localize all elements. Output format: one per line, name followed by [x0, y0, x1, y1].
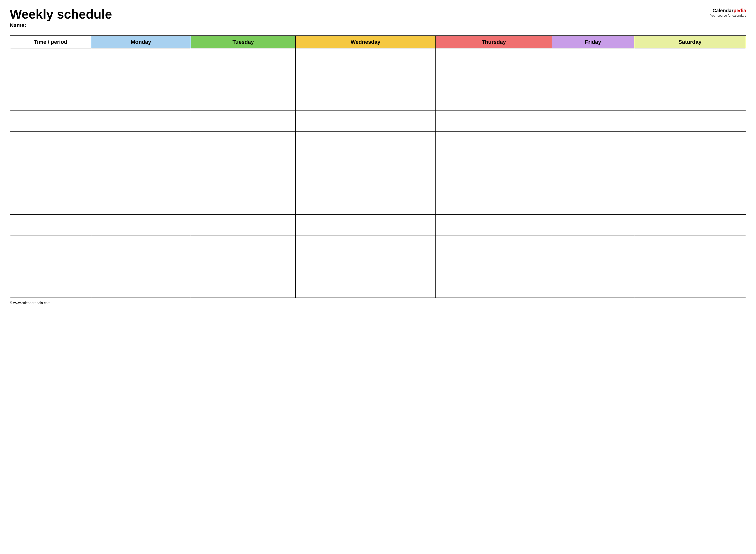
table-cell[interactable] [91, 48, 191, 69]
table-cell[interactable] [552, 48, 634, 69]
table-cell[interactable] [435, 152, 552, 173]
table-cell[interactable] [634, 48, 746, 69]
table-cell[interactable] [10, 48, 91, 69]
table-cell[interactable] [10, 111, 91, 131]
table-cell[interactable] [634, 256, 746, 277]
table-cell[interactable] [634, 194, 746, 215]
table-cell[interactable] [634, 215, 746, 235]
table-cell[interactable] [10, 152, 91, 173]
title-area: Weekly schedule Name: [10, 7, 112, 33]
table-cell[interactable] [634, 131, 746, 152]
table-cell[interactable] [435, 194, 552, 215]
table-cell[interactable] [435, 48, 552, 69]
table-cell[interactable] [295, 256, 435, 277]
table-cell[interactable] [191, 69, 295, 90]
table-cell[interactable] [295, 69, 435, 90]
table-cell[interactable] [295, 215, 435, 235]
table-cell[interactable] [295, 48, 435, 69]
table-cell[interactable] [435, 277, 552, 298]
table-cell[interactable] [435, 69, 552, 90]
table-cell[interactable] [435, 235, 552, 256]
table-cell[interactable] [10, 69, 91, 90]
logo-calendar-part: Calendar [712, 8, 734, 13]
table-cell[interactable] [191, 235, 295, 256]
schedule-body [10, 48, 746, 298]
table-cell[interactable] [295, 111, 435, 131]
table-cell[interactable] [10, 256, 91, 277]
table-cell[interactable] [552, 256, 634, 277]
table-row [10, 48, 746, 69]
table-cell[interactable] [91, 194, 191, 215]
table-cell[interactable] [91, 215, 191, 235]
table-cell[interactable] [191, 152, 295, 173]
table-cell[interactable] [634, 69, 746, 90]
table-cell[interactable] [91, 235, 191, 256]
table-cell[interactable] [435, 173, 552, 194]
table-cell[interactable] [634, 152, 746, 173]
table-cell[interactable] [191, 215, 295, 235]
table-cell[interactable] [191, 277, 295, 298]
table-row [10, 215, 746, 235]
table-cell[interactable] [435, 111, 552, 131]
table-cell[interactable] [295, 194, 435, 215]
table-cell[interactable] [10, 235, 91, 256]
table-cell[interactable] [91, 173, 191, 194]
table-cell[interactable] [552, 111, 634, 131]
table-cell[interactable] [295, 235, 435, 256]
table-cell[interactable] [552, 131, 634, 152]
table-cell[interactable] [91, 277, 191, 298]
table-row [10, 256, 746, 277]
table-cell[interactable] [191, 173, 295, 194]
table-cell[interactable] [91, 90, 191, 111]
table-cell[interactable] [435, 131, 552, 152]
table-cell[interactable] [634, 111, 746, 131]
table-cell[interactable] [634, 173, 746, 194]
table-cell[interactable] [435, 256, 552, 277]
table-cell[interactable] [552, 173, 634, 194]
logo-area: Calendarpedia Your source for calendars [710, 7, 746, 18]
header-thursday: Thursday [435, 36, 552, 48]
table-cell[interactable] [10, 277, 91, 298]
table-cell[interactable] [91, 69, 191, 90]
table-cell[interactable] [552, 69, 634, 90]
table-cell[interactable] [91, 152, 191, 173]
header-saturday: Saturday [634, 36, 746, 48]
table-cell[interactable] [10, 90, 91, 111]
table-row [10, 173, 746, 194]
table-row [10, 90, 746, 111]
table-cell[interactable] [552, 215, 634, 235]
table-cell[interactable] [191, 131, 295, 152]
table-cell[interactable] [91, 256, 191, 277]
table-cell[interactable] [191, 48, 295, 69]
table-cell[interactable] [191, 111, 295, 131]
table-cell[interactable] [552, 194, 634, 215]
table-cell[interactable] [91, 131, 191, 152]
table-cell[interactable] [10, 194, 91, 215]
table-cell[interactable] [295, 277, 435, 298]
table-cell[interactable] [191, 256, 295, 277]
table-cell[interactable] [295, 90, 435, 111]
table-cell[interactable] [191, 194, 295, 215]
header-tuesday: Tuesday [191, 36, 295, 48]
table-cell[interactable] [552, 235, 634, 256]
table-cell[interactable] [10, 131, 91, 152]
table-cell[interactable] [552, 152, 634, 173]
table-cell[interactable] [552, 90, 634, 111]
table-cell[interactable] [191, 90, 295, 111]
table-cell[interactable] [634, 277, 746, 298]
logo-text: Calendarpedia [710, 7, 746, 14]
table-cell[interactable] [295, 131, 435, 152]
table-cell[interactable] [10, 173, 91, 194]
weekly-schedule-table: Time / period Monday Tuesday Wednesday T… [10, 36, 746, 298]
table-cell[interactable] [295, 152, 435, 173]
table-cell[interactable] [634, 235, 746, 256]
table-cell[interactable] [634, 90, 746, 111]
table-cell[interactable] [295, 173, 435, 194]
table-cell[interactable] [10, 215, 91, 235]
table-row [10, 277, 746, 298]
table-cell[interactable] [552, 277, 634, 298]
table-cell[interactable] [435, 90, 552, 111]
table-cell[interactable] [435, 215, 552, 235]
table-cell[interactable] [91, 111, 191, 131]
header-wednesday: Wednesday [295, 36, 435, 48]
